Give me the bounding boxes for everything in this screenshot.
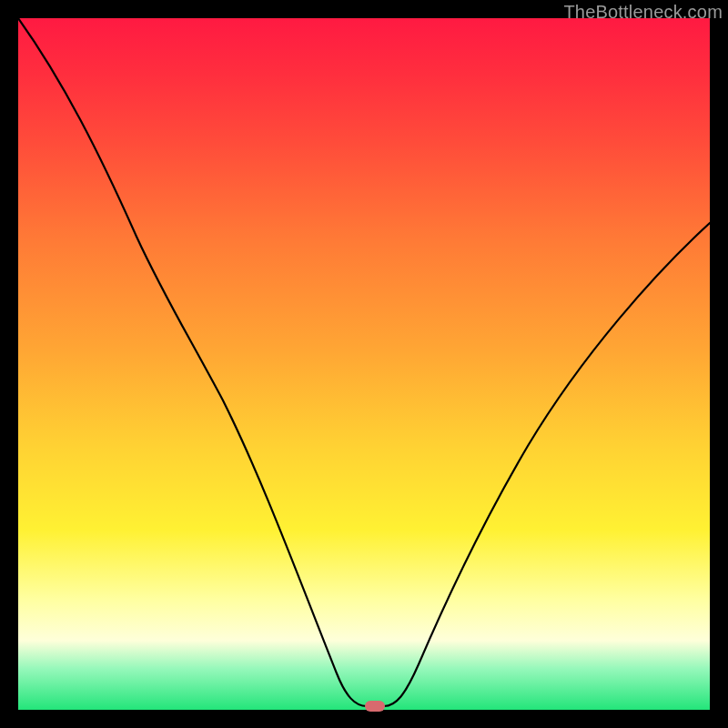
chart-frame: TheBottleneck.com: [0, 0, 728, 728]
curve-path: [18, 18, 710, 706]
bottleneck-curve: [18, 18, 710, 710]
watermark-text: TheBottleneck.com: [563, 2, 723, 23]
optimal-marker: [365, 701, 385, 712]
plot-area: [18, 18, 710, 710]
